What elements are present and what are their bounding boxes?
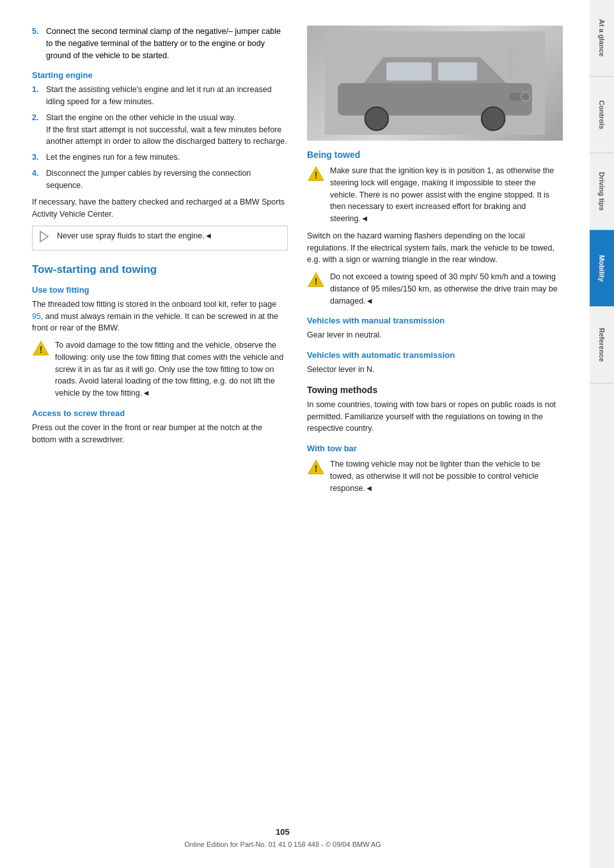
start-step-3: 3. Let the engines run for a few minutes… (32, 151, 288, 164)
spray-warning-text: Never use spray fluids to start the engi… (57, 230, 212, 242)
warning-triangle-icon-4: ! (307, 458, 325, 476)
sidebar-tab-at-a-glance[interactable]: At a glance (590, 0, 614, 77)
warning-triangle-icon-2: ! (307, 165, 325, 183)
vehicle-image-inner: YAK5-0701 (307, 26, 563, 141)
warning-triangle-icon-3: ! (307, 271, 325, 289)
svg-rect-4 (338, 83, 532, 116)
left-column: 5. Connect the second terminal clamp of … (32, 26, 288, 499)
svg-text:YAK5-0701: YAK5-0701 (508, 49, 514, 78)
towing-methods-text: In some countries, towing with tow bars … (307, 399, 563, 435)
tow-fitting-warning-text: To avoid damage to the tow fitting and t… (55, 339, 288, 399)
automatic-transmission-text: Selector lever in N. (307, 364, 563, 376)
use-tow-fitting-heading: Use tow fitting (32, 285, 288, 295)
start-step-2: 2. Start the engine on the other vehicle… (32, 112, 288, 148)
svg-text:!: ! (40, 345, 43, 355)
battery-note-text: If necessary, have the battery checked a… (32, 196, 288, 221)
starting-steps: 1. Start the assisting vehicle's engine … (32, 84, 288, 191)
main-content: 5. Connect the second terminal clamp of … (0, 0, 590, 868)
page-container: 5. Connect the second terminal clamp of … (0, 0, 614, 868)
svg-rect-7 (386, 63, 432, 81)
step4-num: 4. (32, 167, 41, 192)
svg-point-6 (482, 107, 505, 130)
vehicle-image: YAK5-0701 (307, 26, 563, 141)
page-footer: 105 Online Edition for Part-No. 01 41 0 … (0, 827, 565, 849)
tow-fitting-warning-box: ! To avoid damage to the tow fitting and… (32, 339, 288, 399)
step3-num: 3. (32, 151, 41, 164)
manual-transmission-text: Gear lever in neutral. (307, 329, 563, 341)
svg-rect-9 (509, 93, 528, 100)
start-step-4: 4. Disconnect the jumper cables by rever… (32, 167, 288, 192)
tow-fitting-para1: The threaded tow fitting is stored in th… (32, 298, 288, 334)
svg-rect-8 (438, 63, 477, 81)
footer-text: Online Edition for Part-No. 01 41 0 158 … (184, 841, 381, 848)
step5-num: 5. (32, 26, 41, 61)
step2-num: 2. (32, 112, 41, 148)
starting-engine-heading: Starting engine (32, 70, 288, 80)
page-link-95[interactable]: 95 (32, 312, 41, 321)
being-towed-para1: Switch on the hazard warning flashers de… (307, 230, 563, 266)
warning-triangle-icon: ! (32, 339, 50, 357)
step2-text: Start the engine on the other vehicle in… (46, 112, 288, 148)
sidebar-tab-reference[interactable]: Reference (590, 307, 614, 384)
with-tow-bar-heading: With tow bar (307, 444, 563, 453)
step3-text: Let the engines run for a few minutes. (46, 151, 180, 164)
columns-layout: 5. Connect the second terminal clamp of … (32, 26, 571, 499)
step5-text: Connect the second terminal clamp of the… (46, 26, 288, 61)
right-column: YAK5-0701 Being towed ! Make sure that t… (307, 26, 563, 499)
sidebar-tab-driving-tips[interactable]: Driving tips (590, 153, 614, 230)
step5-item: 5. Connect the second terminal clamp of … (32, 26, 288, 61)
being-towed-warning2-box: ! Do not exceed a towing speed of 30 mph… (307, 271, 563, 307)
sidebar-tab-controls[interactable]: Controls (590, 77, 614, 153)
being-towed-warning2-text: Do not exceed a towing speed of 30 mph/ … (330, 271, 563, 307)
automatic-transmission-heading: Vehicles with automatic transmission (307, 350, 563, 360)
tow-heading: Tow-starting and towing (32, 263, 288, 276)
being-towed-warning1-box: ! Make sure that the ignition key is in … (307, 165, 563, 225)
page-number: 105 (0, 827, 565, 837)
manual-transmission-heading: Vehicles with manual transmission (307, 316, 563, 325)
tow-bar-warning-box: ! The towing vehicle may not be lighter … (307, 458, 563, 494)
being-towed-heading: Being towed (307, 150, 563, 160)
start-step-1: 1. Start the assisting vehicle's engine … (32, 84, 288, 108)
sidebar: At a glance Controls Driving tips Mobili… (590, 0, 614, 868)
step1-num: 1. (32, 84, 41, 108)
towing-methods-heading: Towing methods (307, 385, 563, 395)
access-screw-heading: Access to screw thread (32, 408, 288, 418)
svg-text:!: ! (315, 276, 318, 286)
being-towed-warning1-text: Make sure that the ignition key is in po… (330, 165, 563, 225)
spray-warning-box: Never use spray fluids to start the engi… (32, 226, 288, 251)
access-screw-text: Press out the cover in the front or rear… (32, 422, 288, 446)
sidebar-tab-mobility[interactable]: Mobility (590, 230, 614, 307)
step4-text: Disconnect the jumper cables by reversin… (46, 167, 288, 192)
svg-text:!: ! (315, 463, 318, 474)
svg-point-5 (365, 107, 388, 130)
svg-text:!: ! (315, 170, 318, 180)
play-icon (38, 230, 52, 246)
step1-text: Start the assisting vehicle's engine and… (46, 84, 288, 108)
svg-marker-0 (40, 231, 48, 242)
tow-bar-warning-text: The towing vehicle may not be lighter th… (330, 458, 563, 494)
